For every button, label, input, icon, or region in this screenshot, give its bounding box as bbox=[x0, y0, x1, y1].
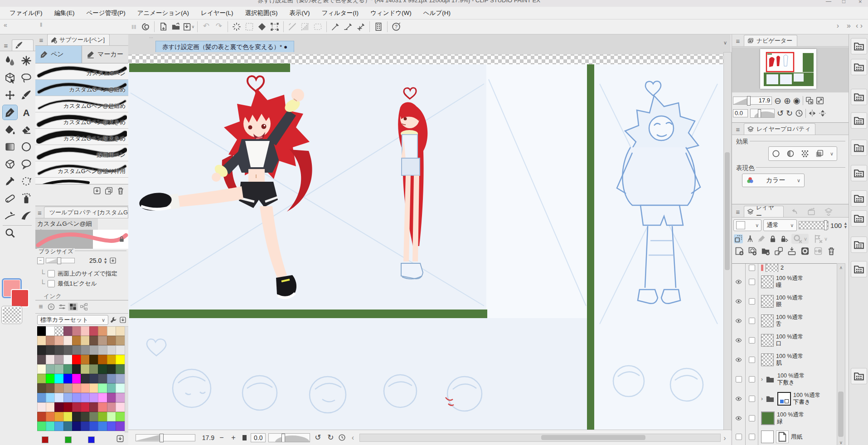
color-set-select[interactable]: 標準カラーセット∨ bbox=[37, 315, 108, 325]
color-swatch-8-6[interactable] bbox=[89, 402, 99, 412]
brush-item-5[interactable]: 線画用ペン bbox=[35, 145, 128, 161]
menu-2[interactable]: ページ管理(P) bbox=[81, 7, 131, 19]
enable-mask-icon[interactable] bbox=[793, 234, 803, 243]
brush-item-3[interactable]: カスタムGペン@大きめ bbox=[35, 112, 128, 129]
color-swatch-9-8[interactable] bbox=[107, 412, 116, 421]
nav-zoom-in-icon[interactable]: ⊕ bbox=[784, 96, 791, 106]
color-swatch-7-2[interactable] bbox=[54, 393, 64, 402]
color-swatch-2-0[interactable] bbox=[37, 345, 47, 355]
layer-property-menu-icon[interactable]: ≡ bbox=[732, 125, 744, 135]
zoom-slider[interactable] bbox=[136, 434, 195, 441]
brush-item-4[interactable]: カスタムGペン超大きめ bbox=[35, 129, 128, 145]
navigator-tab[interactable]: ナビゲーター bbox=[744, 35, 797, 46]
brush-item-2[interactable]: カスタムGペン@超細め bbox=[35, 96, 128, 112]
tool-brush-icon[interactable] bbox=[19, 88, 34, 102]
layer-row-口[interactable]: 100 %通常口 bbox=[732, 330, 836, 350]
color-swatch-4-5[interactable] bbox=[81, 364, 90, 374]
layer-property-tab[interactable]: レイヤープロパティ bbox=[744, 123, 815, 135]
material-image-folder-icon[interactable] bbox=[851, 261, 867, 277]
help-icon[interactable]: ? bbox=[390, 21, 402, 33]
menu-4[interactable]: レイヤー(L) bbox=[195, 7, 239, 19]
color-swatch-6-4[interactable] bbox=[72, 383, 82, 393]
tool-eraser-icon[interactable] bbox=[19, 122, 34, 137]
color-swatch-5-1[interactable] bbox=[46, 374, 55, 383]
clip-to-layer-below-icon[interactable] bbox=[734, 234, 743, 243]
navigator-rotate-value[interactable]: 0.0 bbox=[733, 109, 748, 117]
color-swatch-4-1[interactable] bbox=[46, 364, 55, 374]
new-vector-layer-icon[interactable] bbox=[748, 247, 757, 256]
effect-layer-color-icon[interactable] bbox=[815, 150, 824, 158]
rotate-ccw-button[interactable]: ↺ bbox=[313, 433, 323, 442]
menu-5[interactable]: 選択範囲(S) bbox=[239, 7, 284, 19]
deselect-icon[interactable] bbox=[243, 21, 256, 33]
transfer-to-lower-icon[interactable] bbox=[774, 247, 783, 256]
canvas-hscrollbar[interactable]: › bbox=[359, 434, 721, 442]
color-swatch-6-9[interactable] bbox=[116, 383, 125, 393]
color-swatch-4-9[interactable] bbox=[116, 364, 125, 374]
effect-more-icon[interactable]: ∨ bbox=[830, 151, 834, 157]
color-swatch-1-2[interactable] bbox=[54, 336, 64, 345]
color-swatch-1-6[interactable] bbox=[89, 336, 99, 345]
screen-size-checkbox[interactable] bbox=[48, 270, 55, 277]
redo-icon[interactable]: ↷ bbox=[213, 21, 225, 33]
effect-dot-icon[interactable] bbox=[801, 150, 809, 158]
edit-color-set-icon[interactable] bbox=[110, 316, 117, 324]
color-panel-menu-icon[interactable]: ≡ bbox=[36, 303, 45, 311]
color-swatch-3-9[interactable] bbox=[116, 355, 125, 364]
opacity-slider[interactable] bbox=[799, 221, 829, 229]
color-swatch-5-7[interactable] bbox=[98, 374, 107, 383]
tool-text-icon[interactable]: A bbox=[19, 105, 34, 120]
tool-property-menu-icon[interactable]: ≡ bbox=[35, 208, 44, 218]
layer-row-舌[interactable]: 100 %通常舌 bbox=[732, 311, 836, 331]
lock-icon[interactable] bbox=[118, 236, 125, 242]
tool-rotate-icon[interactable] bbox=[19, 174, 34, 189]
tab-marker[interactable]: マーカー bbox=[82, 46, 128, 63]
tool-move-icon[interactable] bbox=[3, 88, 17, 102]
color-swatch-1-4[interactable] bbox=[72, 336, 82, 345]
color-swatch-3-5[interactable] bbox=[81, 355, 90, 364]
color-swatch-4-0[interactable] bbox=[37, 364, 47, 374]
color-swatch-4-3[interactable] bbox=[63, 364, 73, 374]
tool-zoom-icon[interactable] bbox=[3, 226, 17, 240]
selection-launcher-icon[interactable] bbox=[286, 21, 299, 33]
color-swatch-2-3[interactable] bbox=[63, 345, 73, 355]
collapse-right-icon[interactable]: » bbox=[847, 22, 851, 30]
nav-reset-rotation-icon[interactable] bbox=[795, 109, 803, 117]
layer-visible-icon[interactable] bbox=[734, 298, 743, 305]
menu-8[interactable]: ウィンドウ(W) bbox=[364, 7, 417, 19]
color-swatch-10-2[interactable] bbox=[54, 421, 64, 431]
color-swatch-0-1[interactable] bbox=[46, 326, 55, 336]
zoom-in-button[interactable]: + bbox=[229, 434, 238, 442]
color-swatch-0-7[interactable] bbox=[98, 326, 107, 336]
grid-settings-icon[interactable] bbox=[372, 21, 385, 33]
color-swatch-8-7[interactable] bbox=[98, 402, 107, 412]
layer-scroll-down-icon[interactable]: ∨ bbox=[837, 439, 845, 445]
color-swatch-7-7[interactable] bbox=[98, 393, 107, 402]
opacity-stepper[interactable]: ▲▼ bbox=[844, 222, 848, 229]
color-swatch-9-2[interactable] bbox=[54, 412, 64, 421]
tab-bar-handle[interactable]: ⋯ bbox=[149, 35, 153, 40]
color-swatch-1-0[interactable] bbox=[37, 336, 47, 345]
color-swatch-10-7[interactable] bbox=[98, 421, 107, 431]
layer-row-瞳[interactable]: 100 %通常瞳 bbox=[732, 272, 836, 292]
color-swatch-9-3[interactable] bbox=[63, 412, 73, 421]
layer-checkbox[interactable] bbox=[749, 396, 755, 402]
color-swatch-9-9[interactable] bbox=[116, 412, 125, 421]
color-swatch-10-0[interactable] bbox=[37, 421, 47, 431]
color-swatch-0-2[interactable] bbox=[54, 326, 64, 336]
quick-color-1[interactable] bbox=[65, 436, 72, 443]
color-wheel-tab-icon[interactable] bbox=[46, 303, 56, 311]
color-swatch-6-5[interactable] bbox=[81, 383, 90, 393]
color-swatch-7-8[interactable] bbox=[107, 393, 116, 402]
color-swatch-1-3[interactable] bbox=[63, 336, 73, 345]
lock-transparent-icon[interactable] bbox=[780, 235, 788, 243]
material-color-folder-icon[interactable] bbox=[851, 38, 867, 54]
rotate-slider[interactable] bbox=[268, 433, 310, 442]
save-file-icon[interactable]: ∨ bbox=[182, 21, 195, 33]
toolbar-overflow-icon[interactable]: › bbox=[837, 22, 839, 30]
color-swatch-0-9[interactable] bbox=[116, 326, 125, 336]
color-swatch-5-3[interactable] bbox=[63, 374, 73, 383]
register-color-icon[interactable] bbox=[116, 435, 124, 443]
nav-rotate-ccw-icon[interactable]: ↺ bbox=[777, 108, 784, 118]
subtool-menu-icon[interactable]: ≡ bbox=[35, 35, 47, 45]
